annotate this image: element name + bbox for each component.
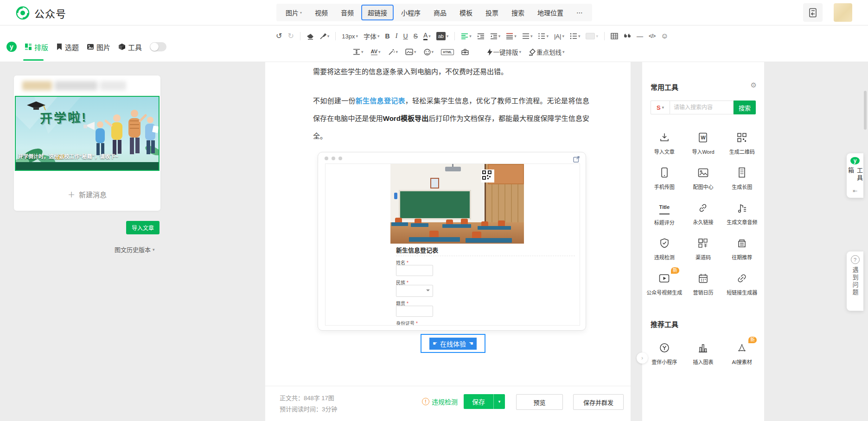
- letter-spacing-button[interactable]: |A|▾: [553, 30, 566, 42]
- article-cover[interactable]: 开学啦! 开学倒计时，这份返校工作“秘籍”，请收下~: [15, 96, 160, 171]
- tool-insert-chart[interactable]: 插入图表: [684, 336, 723, 371]
- font-size-select[interactable]: 13px▾: [340, 30, 359, 42]
- vertical-padding-button[interactable]: ▾: [351, 46, 365, 58]
- nav-product[interactable]: 商品: [427, 5, 453, 20]
- nav-location[interactable]: 地理位置: [531, 5, 570, 20]
- nav-vote[interactable]: 投票: [479, 5, 505, 20]
- strikethrough-button[interactable]: S: [412, 30, 419, 42]
- emoji-picker-icon[interactable]: ▾: [422, 46, 435, 58]
- highlight-color-button[interactable]: ab▾: [435, 30, 450, 42]
- save-dropdown[interactable]: ▾: [493, 394, 505, 409]
- name-input[interactable]: [396, 265, 433, 276]
- violation-check-link[interactable]: ! 违规检测: [422, 397, 458, 406]
- tool-phone-upload[interactable]: 手机传图: [645, 161, 684, 196]
- nav-more[interactable]: ⋯: [570, 5, 589, 20]
- tool-title-score[interactable]: Title 标题评分: [645, 196, 684, 231]
- tool-generate-qrcode[interactable]: 生成二维码: [722, 126, 761, 161]
- paragraph-spacing-button[interactable]: ▾: [536, 30, 550, 42]
- account-avatar[interactable]: [834, 3, 852, 22]
- save-button[interactable]: 保存 ▾: [464, 394, 505, 409]
- toolbox-floater[interactable]: y 工具箱 ⇤: [847, 153, 863, 198]
- tool-import-word[interactable]: W 导入Word: [684, 126, 723, 161]
- tab-images[interactable]: 图片: [87, 42, 110, 52]
- tab-tools[interactable]: 工具: [118, 42, 142, 52]
- tool-violation-check[interactable]: 违规检测: [645, 231, 684, 266]
- gear-icon[interactable]: ⚙: [751, 81, 757, 89]
- tool-permanent-link[interactable]: 永久链接: [684, 196, 723, 231]
- hometown-input[interactable]: [396, 306, 433, 317]
- scrollbar[interactable]: [864, 91, 867, 130]
- code-button[interactable]: </>: [647, 30, 657, 42]
- undo-icon[interactable]: ↺: [274, 30, 283, 42]
- toolbox-icon[interactable]: [460, 46, 470, 58]
- nav-template[interactable]: 模板: [453, 5, 479, 20]
- preview-button[interactable]: 预览: [516, 394, 563, 410]
- redo-icon[interactable]: ↻: [286, 30, 295, 42]
- word-spacing-button[interactable]: AV▾: [370, 46, 382, 58]
- tool-image-center[interactable]: 配图中心: [684, 161, 723, 196]
- one-click-format-button[interactable]: 一键排版▾: [486, 46, 523, 58]
- caret-down-icon: ▾: [562, 34, 564, 38]
- embedded-form-screenshot[interactable]: 新生信息登记表 姓名* 民族* 籍贯* 身份证号* 性别* 男 女: [318, 152, 586, 331]
- tool-mp-video[interactable]: 新 公众号视频生成: [645, 266, 684, 302]
- tool-article-audio[interactable]: 生成文章音频: [722, 196, 761, 231]
- ethnicity-select[interactable]: [396, 285, 433, 297]
- image-style-icon[interactable]: ▾: [404, 46, 418, 58]
- tool-past-recommend[interactable]: 往期推荐: [722, 231, 761, 266]
- history-versions-link[interactable]: 图文历史版本 ▾: [115, 245, 155, 254]
- collapse-editor-icon[interactable]: [803, 3, 823, 22]
- help-floater[interactable]: ? 遇到问题: [847, 251, 863, 311]
- online-demo-button[interactable]: ☛ 在线体验 ☚: [421, 334, 485, 353]
- outdent-button[interactable]: ▾: [489, 30, 502, 42]
- yiban-plugin-badge[interactable]: y: [6, 42, 17, 52]
- format-eraser-icon[interactable]: [305, 30, 315, 42]
- tool-ai-material-search[interactable]: 新 AI搜素材: [722, 336, 761, 371]
- search-input[interactable]: [670, 101, 734, 114]
- magic-wand-icon[interactable]: ▾: [387, 46, 400, 58]
- tab-topics[interactable]: 选题: [56, 42, 79, 52]
- align-left-button[interactable]: ▾: [460, 30, 473, 42]
- tool-short-link[interactable]: 短链接生成器: [722, 266, 761, 302]
- html-source-button[interactable]: HTML: [440, 46, 455, 58]
- nav-miniprogram[interactable]: 小程序: [395, 5, 427, 20]
- new-message-button[interactable]: ＋ 新建消息: [14, 189, 160, 200]
- nav-video[interactable]: 视频: [308, 5, 334, 20]
- blockquote-icon[interactable]: [622, 30, 632, 42]
- search-engine-select[interactable]: S▾: [651, 101, 670, 114]
- nav-audio[interactable]: 音频: [334, 5, 360, 20]
- tab-layout[interactable]: 排版: [25, 42, 48, 52]
- format-painter-icon[interactable]: ▾: [318, 30, 331, 42]
- table-icon[interactable]: [609, 30, 619, 42]
- font-color-button[interactable]: A▾: [422, 30, 432, 42]
- save-and-publish-button[interactable]: 保存并群发: [573, 394, 624, 410]
- italic-button[interactable]: I: [394, 30, 399, 42]
- editor-canvas[interactable]: 需要将这些学生的信息逐条录入到电脑内，不仅费时还易出错。 不如创建一份新生信息登…: [265, 62, 631, 421]
- import-article-button[interactable]: 导入文章: [126, 221, 160, 234]
- search-button[interactable]: 搜索: [734, 101, 756, 114]
- list-button[interactable]: ▾: [568, 30, 582, 42]
- tool-search: S▾ 搜索: [651, 101, 756, 114]
- nav-image[interactable]: 图片▾: [279, 5, 308, 20]
- nav-hyperlink[interactable]: 超链接: [361, 5, 394, 20]
- open-external-icon[interactable]: [573, 156, 580, 163]
- line-height-button[interactable]: ▾: [521, 30, 534, 42]
- nav-search[interactable]: 搜索: [505, 5, 531, 20]
- tool-long-image[interactable]: 生成长图: [722, 161, 761, 196]
- cover-title: 开学啦!: [39, 107, 87, 127]
- tool-marketing-calendar[interactable]: 营销日历: [684, 266, 723, 302]
- tools-panel-collapse-handle[interactable]: ›: [637, 352, 648, 364]
- tool-channel-code[interactable]: 渠道码: [684, 231, 723, 266]
- indent-button[interactable]: [476, 30, 486, 42]
- font-family-select[interactable]: 字体▾: [362, 30, 381, 42]
- emoji-icon[interactable]: ☺: [659, 30, 670, 42]
- key-underline-button[interactable]: 重点划线▾: [527, 46, 566, 58]
- background-color-button-disabled[interactable]: ▾: [584, 30, 600, 42]
- tool-yiban-miniprogram[interactable]: 壹伴小程序: [645, 336, 684, 371]
- margin-top-button[interactable]: ▾: [504, 30, 518, 42]
- plugin-toggle[interactable]: [150, 42, 166, 51]
- underline-button[interactable]: U: [402, 30, 409, 42]
- tool-import-article[interactable]: 导入文章: [645, 126, 684, 161]
- inline-hyperlink[interactable]: 新生信息登记表: [356, 97, 405, 105]
- bold-button[interactable]: B: [384, 30, 391, 42]
- horizontal-rule-button[interactable]: —: [635, 30, 645, 42]
